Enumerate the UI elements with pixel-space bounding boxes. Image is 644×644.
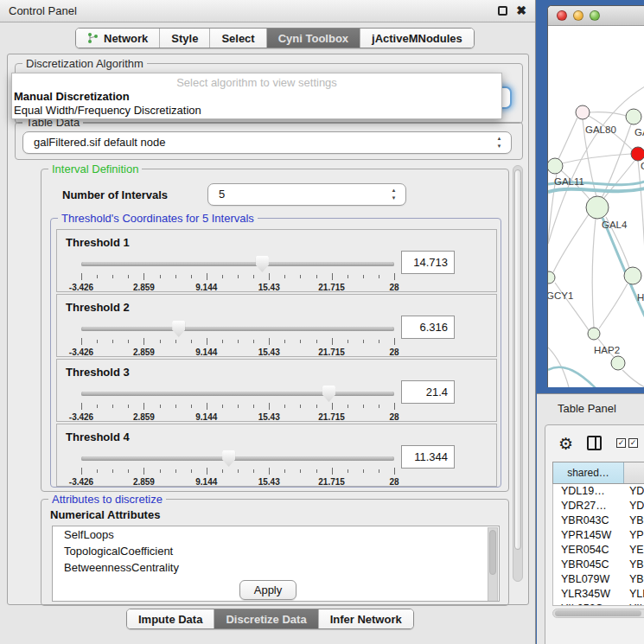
slider-handle[interactable] [222,450,235,467]
attribute-item[interactable]: TopologicalCoefficient [53,543,499,559]
tab-discretize-data[interactable]: Discretize Data [214,609,317,628]
tick-mark [300,275,301,278]
network-node[interactable] [586,196,609,219]
tab-infer-network[interactable]: Infer Network [318,609,413,628]
network-edge[interactable] [562,154,631,163]
tick-mark [379,275,379,278]
table-row[interactable]: YBL079WYBL0 [553,572,644,587]
cell-name: YBR0 [624,513,644,528]
threshold-value-field[interactable]: 6.316 [401,316,455,339]
node-table: shared… na YDL19…YDL1YDR27…YDR2YBR043CYB… [552,462,644,607]
network-node[interactable] [576,105,590,119]
tab-jactivemnodules[interactable]: jActiveMNodules [360,29,474,48]
slider-track[interactable] [81,392,394,396]
table-row[interactable]: YBR045CYBR0 [553,558,644,572]
network-canvas[interactable]: GAL80GACGAL11GAL4GCY1HHAP2 [548,26,644,387]
network-edge[interactable] [622,370,644,387]
gear-icon[interactable]: ⚙ [558,436,573,452]
network-edge-highlighted[interactable] [548,367,596,387]
table-row[interactable]: YER054CYER0 [553,543,644,558]
threshold-value-field[interactable]: 14.713 [401,251,455,274]
settings-scrollbar-thumb[interactable] [514,169,521,550]
columns-icon[interactable] [587,436,602,450]
network-window-titlebar[interactable] [548,6,644,26]
apply-button[interactable]: Apply [239,580,296,600]
threshold-slider-1[interactable]: -3.4262.8599.14415.4321.71528 [81,254,394,290]
algorithm-option-equal-width[interactable]: Equal Width/Frequency Discretization [12,104,501,118]
threshold-slider-4[interactable]: -3.4262.8599.14415.4321.71528 [81,449,394,485]
table-row[interactable]: YLR345WYLR3 [553,587,644,602]
table-row[interactable]: YIL052CYIL0 [553,602,644,606]
network-node[interactable] [548,271,555,284]
network-node[interactable] [631,147,644,161]
network-node-label: C [641,161,644,171]
column-header-name[interactable]: na [624,462,644,483]
close-icon[interactable]: ✖ [516,3,526,17]
table-row[interactable]: YDR27…YDR2 [553,499,644,513]
threshold-value-field[interactable]: 21.4 [401,380,455,404]
bottom-tab-bar: Impute DataDiscretize DataInfer Network [126,609,414,629]
threshold-slider-2[interactable]: -3.4262.8599.14415.4321.71528 [81,319,394,355]
table-data-combobox[interactable]: galFiltered.sif default node ▲▼ [22,131,512,154]
tab-cyni-toolbox[interactable]: Cyni Toolbox [266,29,360,48]
table-row[interactable]: YPR145WYPR1 [553,528,644,543]
tick-mark [160,340,161,343]
tab-style[interactable]: Style [159,29,209,48]
slider-handle[interactable] [322,386,335,402]
attributes-scrollbar-thumb[interactable] [489,530,496,575]
algorithm-placeholder-option[interactable]: Select algorithm to view settings [12,73,501,90]
tick-label: 15.43 [258,412,280,422]
table-hscrollbar-thumb[interactable] [555,610,641,616]
num-intervals-combobox[interactable]: 5 ▲▼ [207,183,406,206]
network-node[interactable] [588,328,600,340]
table-hscrollbar[interactable] [552,609,644,618]
network-edge[interactable] [603,161,634,199]
node-table-body: YDL19…YDL1YDR27…YDR2YBR043CYBR0YPR145WYP… [552,484,644,606]
tick-mark [160,405,161,408]
float-window-icon[interactable] [498,6,507,16]
threshold-value-field[interactable]: 11.344 [401,445,455,469]
network-node[interactable] [548,158,563,174]
hide-column-checkbox-icon[interactable]: ✓ [628,438,638,448]
tab-network[interactable]: Network [76,29,159,48]
slider-handle[interactable] [256,256,269,272]
network-node[interactable] [611,356,625,370]
close-traffic-light-icon[interactable] [557,10,567,21]
show-column-checkbox-icon[interactable]: ✓ [616,438,626,448]
network-edge[interactable] [638,161,644,251]
threshold-slider-3[interactable]: -3.4262.8599.14415.4321.71528 [81,384,394,420]
slider-handle[interactable] [172,321,185,337]
table-row[interactable]: YBR043CYBR0 [553,513,644,528]
network-edge[interactable] [558,118,577,159]
column-header-shared-name[interactable]: shared… [553,462,624,483]
table-panel: Table Panel ⚙ ✓ ✓ shared… na YDL19…YDL1Y… [537,393,644,644]
zoom-traffic-light-icon[interactable] [590,10,600,21]
slider-track[interactable] [81,456,394,461]
algorithm-option-manual[interactable]: Manual Discretization [12,90,501,104]
tick-mark [316,405,317,408]
tick-mark [81,403,82,410]
tick-mark [394,403,395,410]
table-data-value: galFiltered.sif default node [34,136,165,149]
tick-mark [394,273,395,280]
tab-select[interactable]: Select [209,29,265,48]
minimize-traffic-light-icon[interactable] [573,10,583,21]
tick-label: 9.144 [195,477,217,487]
attribute-item[interactable]: SelfLoops [53,526,499,543]
attributes-scrollbar[interactable] [488,527,498,602]
network-edge[interactable] [592,219,596,328]
thresholds-group: Threshold's Coordinates for 5 Intervals … [50,218,501,488]
network-edge[interactable] [599,284,628,328]
network-node[interactable] [624,267,641,284]
slider-track[interactable] [81,262,394,266]
slider-track[interactable] [81,327,394,331]
tick-mark [191,469,192,473]
settings-scrollbar[interactable] [513,165,523,582]
network-edge-highlighted[interactable] [548,188,644,192]
tab-impute-data[interactable]: Impute Data [127,609,214,628]
network-edge[interactable] [553,214,589,272]
network-node[interactable] [626,109,641,124]
network-edge[interactable] [590,112,627,116]
attribute-item[interactable]: BetweennessCentrality [53,559,499,576]
table-row[interactable]: YDL19…YDL1 [553,484,644,499]
